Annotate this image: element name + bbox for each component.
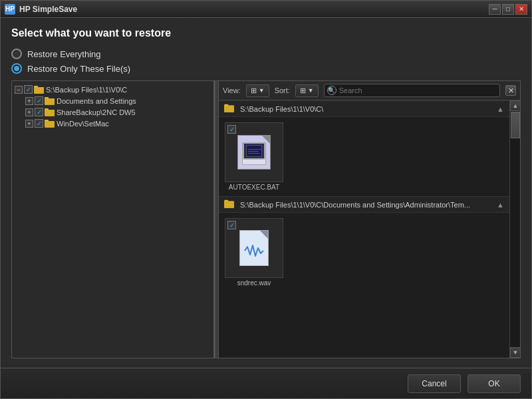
folder-path-2: S:\Backup Files\1\1\V0\C\Documents and S… [240,201,470,209]
radio-label-everything: Restore Everything [27,49,101,59]
search-icon: 🔍 [327,86,336,95]
scrollbar-down-button[interactable]: ▼ [510,347,520,358]
cancel-button[interactable]: Cancel [408,374,461,393]
folder-icon-windev [45,119,55,128]
folder-collapse-1[interactable]: ▲ [497,105,504,113]
tree-toggle-sharebackup[interactable]: + [25,108,33,116]
folder-path-1: S:\Backup Files\1\1\V0\C\ [240,105,323,113]
window-content: Select what you want to restore Restore … [1,18,531,368]
folder-header-left-2: S:\Backup Files\1\1\V0\C\Documents and S… [224,200,470,209]
file-thumb-autoexec [225,122,283,182]
radio-group: Restore Everything Restore Only These Fi… [11,49,521,74]
folder-icon-docs [45,96,55,105]
folder-collapse-2[interactable]: ▲ [497,201,504,209]
tree-checkbox-sharebackup[interactable] [35,108,43,116]
svg-rect-5 [45,98,55,104]
tree-label-root: S:\Backup Files\1\1\V0\C [46,86,127,94]
folder-header-1: S:\Backup Files\1\1\V0\C\ ▲ [219,100,509,117]
svg-rect-17 [224,201,234,208]
view-label: View: [223,86,241,94]
folder-section-1: S:\Backup Files\1\1\V0\C\ ▲ [219,100,509,196]
title-buttons: ─ □ ✕ [489,4,527,15]
radio-circle-everything [11,49,22,59]
sort-label: Sort: [275,86,290,94]
radio-restore-everything[interactable]: Restore Everything [11,49,521,59]
restore-button[interactable]: □ [502,4,514,15]
view-grid-icon: ⊞ [251,86,257,95]
main-panel: − S:\Backup Files\1\1\V0\C + [11,80,521,358]
view-dropdown-arrow: ▼ [259,87,265,94]
tree-item-docs[interactable]: + Documents and Settings [12,95,213,106]
folder-header-2: S:\Backup Files\1\1\V0\C\Documents and S… [219,196,509,213]
radio-restore-only[interactable]: Restore Only These File(s) [11,63,521,74]
search-close-button[interactable]: ✕ [505,85,516,96]
main-window: HP HP SimpleSave ─ □ ✕ Select what you w… [0,0,532,399]
file-grid-1: AUTOEXEC.BAT [219,117,509,196]
svg-rect-11 [45,121,55,127]
file-name-autoexec: AUTOEXEC.BAT [229,184,279,191]
svg-rect-8 [45,110,55,116]
folder-header-icon-1 [224,104,236,114]
sort-dropdown-arrow: ▼ [308,87,314,94]
app-icon: HP [5,4,15,15]
scrollbar-thumb[interactable] [511,112,520,138]
right-panel: View: ⊞ ▼ Sort: ⊞ ▼ 🔍 ✕ [219,81,520,358]
tree-item-sharebackup[interactable]: + ShareBackup\2NC DW5 [12,106,213,118]
title-bar-text: HP HP SimpleSave [5,4,77,15]
search-box[interactable]: 🔍 [324,84,500,97]
svg-rect-2 [34,87,44,93]
page-title: Select what you want to restore [11,27,521,39]
tree-checkbox-windev[interactable] [35,119,43,128]
folder-icon-sharebackup [45,108,55,116]
tree-checkbox-docs[interactable] [35,96,43,105]
file-thumb-sndrec [225,218,283,278]
tree-toggle-windev[interactable]: + [25,120,33,128]
ok-button[interactable]: OK [467,374,521,393]
tree-label-windev: WinDev\SetMac [57,120,109,128]
file-browser: S:\Backup Files\1\1\V0\C\ ▲ [219,100,509,358]
file-checkbox-sndrec[interactable] [227,221,236,229]
file-item-sndrec: sndrec.wav [224,218,284,287]
file-grid-2: sndrec.wav [219,213,509,292]
search-input[interactable] [339,86,497,94]
scrollbar-up-button[interactable]: ▲ [510,100,520,111]
folder-section-2: S:\Backup Files\1\1\V0\C\Documents and S… [219,196,509,292]
folder-icon-root [34,85,45,94]
tree-toggle-docs[interactable]: + [25,97,33,105]
radio-circle-only [11,63,22,74]
scrollbar-track[interactable] [510,111,520,347]
sort-grid-icon: ⊞ [300,86,306,95]
tree-label-sharebackup: ShareBackup\2NC DW5 [57,108,136,116]
close-button[interactable]: ✕ [515,4,527,15]
radio-label-only: Restore Only These File(s) [27,64,130,74]
scrollbar[interactable]: ▲ ▼ [509,100,520,358]
tree-item-windev[interactable]: + WinDev\SetMac [12,118,213,129]
tree-panel[interactable]: − S:\Backup Files\1\1\V0\C + [12,81,215,358]
bottom-bar: Cancel OK [1,368,531,398]
toolbar: View: ⊞ ▼ Sort: ⊞ ▼ 🔍 ✕ [219,81,520,100]
file-item-autoexec: AUTOEXEC.BAT [224,122,284,191]
tree-checkbox-root[interactable] [24,85,33,94]
folder-header-left-1: S:\Backup Files\1\1\V0\C\ [224,104,323,114]
minimize-button[interactable]: ─ [489,4,501,15]
file-checkbox-autoexec[interactable] [227,125,236,134]
folder-header-icon-2 [224,200,236,209]
tree-toggle-root[interactable]: − [15,86,23,94]
svg-rect-14 [224,106,234,112]
view-button[interactable]: ⊞ ▼ [246,84,269,97]
title-bar: HP HP SimpleSave ─ □ ✕ [1,1,531,18]
window-title: HP SimpleSave [19,5,77,14]
tree-label-docs: Documents and Settings [57,97,136,105]
sort-button[interactable]: ⊞ ▼ [295,84,319,97]
tree-item-root[interactable]: − S:\Backup Files\1\1\V0\C [12,84,213,95]
file-name-sndrec: sndrec.wav [237,279,271,287]
